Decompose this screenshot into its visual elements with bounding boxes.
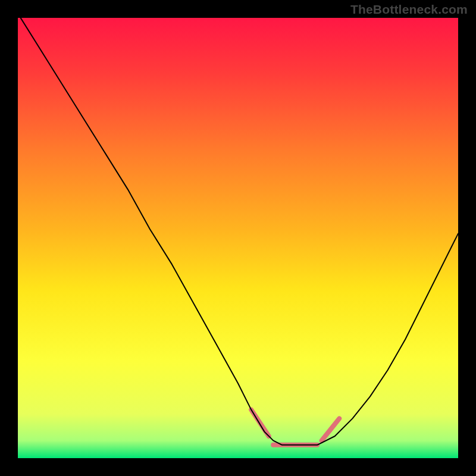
bottleneck-chart [0, 0, 476, 476]
chart-frame: TheBottleneck.com [0, 0, 476, 476]
watermark-text: TheBottleneck.com [350, 2, 468, 17]
plot-background [18, 18, 458, 458]
